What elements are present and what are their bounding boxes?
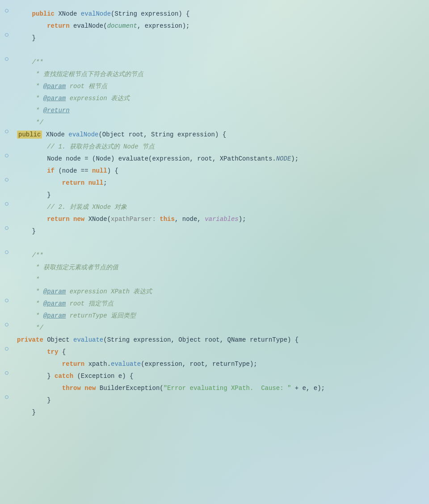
code-line bbox=[0, 238, 429, 250]
gutter-marker bbox=[0, 226, 13, 230]
comment-text: * bbox=[32, 288, 43, 295]
line-text: */ bbox=[13, 323, 425, 334]
line-text: public XNode evalNode(Object root, Strin… bbox=[13, 130, 425, 140]
keyword-return: return bbox=[62, 179, 84, 186]
keyword-if: if bbox=[47, 167, 55, 174]
variable-name: variables bbox=[205, 216, 239, 223]
code-text: ) { bbox=[107, 167, 118, 174]
code-text: { bbox=[58, 348, 66, 356]
line-text: * 查找指定根节点下符合表达式的节点 bbox=[13, 69, 425, 80]
keyword-new: new bbox=[84, 385, 96, 392]
comment-text: * 查找指定根节点下符合表达式的节点 bbox=[32, 71, 143, 78]
comment-text: * bbox=[32, 312, 43, 319]
code-line: } bbox=[0, 33, 429, 45]
code-text: , expression); bbox=[137, 22, 190, 30]
constant-name: NODE bbox=[276, 155, 291, 162]
line-text: /** bbox=[13, 250, 425, 261]
line-text: Node node = (Node) evaluate(expression, … bbox=[13, 154, 425, 165]
comment-tag: @param bbox=[43, 95, 66, 102]
keyword-this: this bbox=[160, 216, 175, 223]
comment-tag: @param bbox=[43, 83, 66, 90]
code-line: * @param expression 表达式 bbox=[0, 93, 429, 106]
keyword-catch: catch bbox=[55, 373, 73, 380]
line-text: if (node == null) { bbox=[13, 166, 425, 177]
line-text: private Object evaluate(String expressio… bbox=[13, 335, 425, 346]
line-text: return null; bbox=[13, 178, 425, 189]
code-text: } bbox=[32, 228, 36, 235]
line-text: * @param returnType 返回类型 bbox=[13, 311, 425, 322]
code-line: * @param expression XPath 表达式 bbox=[0, 287, 429, 299]
keyword-throw: throw bbox=[62, 385, 81, 392]
gutter-marker bbox=[0, 178, 13, 182]
string-literal: "Error evaluating XPath. Cause: " bbox=[164, 385, 291, 392]
code-line: * @return bbox=[0, 106, 429, 118]
gutter-marker bbox=[0, 299, 13, 302]
code-line: // 2. 封装成 XNode 对象 bbox=[0, 202, 429, 214]
comment-text: * 获取指定元素或者节点的值 bbox=[32, 264, 118, 271]
code-line: * @param root 指定节点 bbox=[0, 299, 429, 311]
code-text: } bbox=[47, 373, 55, 380]
gutter-marker bbox=[0, 371, 13, 375]
line-text: } bbox=[13, 226, 425, 237]
code-line: throw new BuilderException("Error evalua… bbox=[0, 383, 429, 395]
code-text: Object bbox=[43, 336, 73, 343]
code-text: , node, bbox=[175, 216, 205, 223]
line-text: } bbox=[13, 190, 425, 201]
line-text: * @return bbox=[13, 106, 425, 116]
code-text: } bbox=[32, 34, 36, 42]
code-text: XNode( bbox=[84, 216, 111, 223]
gutter-marker bbox=[0, 154, 13, 157]
code-text: evalNode( bbox=[70, 22, 107, 30]
gutter-marker bbox=[0, 323, 13, 326]
gutter-marker bbox=[0, 395, 13, 399]
comment-text: * bbox=[32, 276, 40, 283]
line-text: * @param root 指定节点 bbox=[13, 299, 425, 309]
line-text: } bbox=[13, 407, 425, 418]
line-text: } catch (Exception e) { bbox=[13, 371, 425, 382]
method-name: evaluate bbox=[111, 360, 141, 368]
line-text: return xpath.evaluate(expression, root, … bbox=[13, 359, 425, 370]
code-line: /** bbox=[0, 57, 429, 69]
code-line: * @param root 根节点 bbox=[0, 81, 429, 93]
code-line: return xpath.evaluate(expression, root, … bbox=[0, 359, 429, 371]
line-text: return evalNode(document, expression); bbox=[13, 21, 425, 32]
code-line: public XNode evalNode(Object root, Strin… bbox=[0, 130, 429, 142]
code-line: * 查找指定根节点下符合表达式的节点 bbox=[0, 69, 429, 81]
gutter-marker bbox=[0, 347, 13, 351]
code-line: try { bbox=[0, 347, 429, 359]
code-text: (node == bbox=[55, 167, 92, 174]
keyword-private: private bbox=[17, 336, 43, 343]
gutter-marker bbox=[0, 130, 13, 133]
code-text: + e, e); bbox=[291, 385, 325, 392]
gutter-marker bbox=[0, 250, 13, 254]
line-text: */ bbox=[13, 118, 425, 128]
comment-text: /** bbox=[32, 59, 43, 66]
code-text: (Object root, String expression) { bbox=[98, 131, 226, 138]
code-line: // 1. 获取符合表达式的 Node 节点 bbox=[0, 142, 429, 154]
keyword-null: null bbox=[92, 167, 107, 174]
gutter-marker bbox=[0, 57, 13, 61]
comment-text: // 1. 获取符合表达式的 Node 节点 bbox=[47, 143, 155, 150]
code-line: } catch (Exception e) { bbox=[0, 371, 429, 383]
code-line bbox=[0, 45, 429, 57]
code-line: Node node = (Node) evaluate(expression, … bbox=[0, 154, 429, 166]
line-text: } bbox=[13, 395, 425, 406]
method-name: evalNode bbox=[81, 10, 111, 17]
comment-text: expression 表达式 bbox=[66, 95, 130, 102]
keyword-null: null bbox=[88, 179, 104, 186]
comment-text: root 根节点 bbox=[66, 83, 107, 90]
code-text: (String expression) { bbox=[111, 10, 189, 17]
comment-text: * bbox=[32, 83, 43, 90]
code-line: return new XNode(xpathParser: this, node… bbox=[0, 214, 429, 226]
code-text: (String expression, Object root, QName r… bbox=[103, 336, 299, 343]
line-text: try { bbox=[13, 347, 425, 358]
code-line: } bbox=[0, 395, 429, 407]
line-text: * bbox=[13, 275, 425, 285]
code-line: * 获取指定元素或者节点的值 bbox=[0, 263, 429, 275]
line-text: public XNode evalNode(String expression)… bbox=[13, 9, 425, 20]
code-text: XNode bbox=[42, 131, 68, 138]
comment-tag: @param bbox=[43, 300, 66, 307]
keyword-new: new bbox=[73, 216, 84, 223]
comment-text: expression XPath 表达式 bbox=[66, 288, 152, 295]
highlighted-keyword: public bbox=[17, 131, 42, 139]
